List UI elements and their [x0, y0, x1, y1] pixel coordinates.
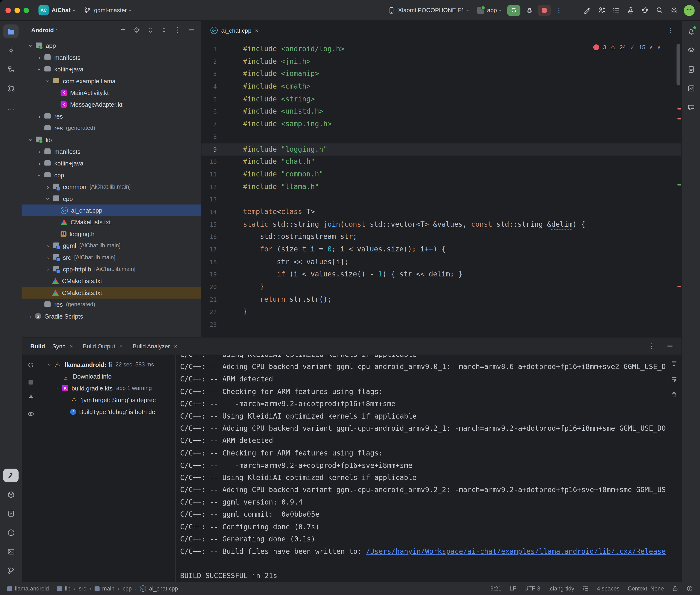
close-window-button[interactable] — [5, 7, 11, 13]
chevron-expanded-icon[interactable]: › — [47, 361, 53, 369]
pin-button[interactable] — [27, 394, 34, 403]
chevron-expanded-icon[interactable]: › — [36, 171, 43, 179]
editor-scrollbar[interactable] — [677, 44, 680, 85]
notifications-button[interactable] — [683, 25, 699, 38]
structure-tool-button[interactable] — [3, 62, 19, 76]
tree-item-res[interactable]: res(generated) — [22, 299, 201, 310]
chevron-collapsed-icon[interactable]: › — [27, 313, 35, 320]
zoom-window-button[interactable] — [24, 7, 29, 13]
line-number[interactable]: 19 — [203, 268, 217, 281]
error-stripe-mark[interactable] — [677, 108, 681, 110]
editor-options-button[interactable]: ⋮ — [665, 25, 676, 36]
code-line[interactable]: 8 — [201, 131, 682, 143]
chevron-collapsed-icon[interactable]: › — [44, 254, 52, 261]
version-control-tool-button[interactable] — [3, 564, 19, 577]
clear-console-button[interactable] — [671, 391, 678, 400]
code-line[interactable]: 12#include "llama.h" — [201, 181, 682, 193]
indent-style-icon[interactable] — [582, 586, 589, 592]
tree-item-lib[interactable]: ›lib — [22, 134, 201, 145]
build-tree-item-build-gradle-kts[interactable]: ›build.gradle.ktsapp 1 warning — [39, 382, 175, 394]
resolve-context[interactable]: Context: None — [627, 586, 664, 592]
debug-button[interactable] — [523, 4, 536, 16]
breadcrumb-item-main[interactable]: main — [94, 586, 115, 592]
line-number[interactable]: 4 — [203, 81, 217, 93]
chevron-expanded-icon[interactable]: › — [45, 77, 52, 85]
line-number[interactable]: 20 — [203, 281, 217, 293]
tree-item-res[interactable]: res(generated) — [22, 122, 201, 134]
line-number[interactable]: 11 — [203, 168, 217, 181]
settings-button[interactable] — [668, 4, 680, 16]
build-tab-build-analyzer[interactable]: Build Analyzer× — [133, 343, 177, 349]
profiler-button[interactable] — [624, 4, 637, 16]
commit-tool-button[interactable] — [3, 43, 19, 57]
scroll-to-end-button[interactable] — [671, 361, 678, 369]
line-number[interactable]: 22 — [203, 306, 217, 318]
tree-item-gradle-scripts[interactable]: ›Gradle Scripts — [22, 310, 201, 322]
chevron-collapsed-icon[interactable]: › — [35, 160, 43, 167]
minimize-window-button[interactable] — [15, 7, 20, 13]
build-tree-item-download-info[interactable]: Download info — [39, 370, 175, 382]
build-tab-build-output[interactable]: Build Output× — [83, 343, 123, 349]
tree-item-com-example-llama[interactable]: ›com.example.llama — [22, 75, 201, 87]
code-line[interactable]: 6#include <unistd.h> — [201, 106, 682, 118]
indent-size[interactable]: 4 spaces — [597, 586, 619, 592]
line-number[interactable]: 9 — [203, 143, 217, 156]
insights-button[interactable] — [683, 81, 699, 95]
chevron-collapsed-icon[interactable]: › — [44, 183, 52, 190]
search-everywhere-button[interactable] — [653, 4, 666, 16]
line-number[interactable]: 6 — [203, 106, 217, 118]
line-number[interactable]: 10 — [203, 156, 217, 168]
expand-all-button[interactable] — [145, 25, 156, 35]
ide-hint-icon[interactable] — [687, 586, 693, 592]
line-number[interactable]: 3 — [203, 68, 217, 81]
stop-button[interactable] — [537, 5, 551, 16]
code-line[interactable]: 16 std::ostringstream str; — [201, 231, 682, 244]
chevron-expanded-icon[interactable]: › — [27, 136, 34, 144]
tree-item-messageadapter-kt[interactable]: MessageAdapter.kt — [22, 98, 201, 110]
problems-tool-button[interactable] — [3, 526, 19, 539]
tree-item-manifests[interactable]: ›manifests — [22, 146, 201, 158]
build-console[interactable]: C/C++: -- Using KleidiAI optimized kerne… — [175, 355, 681, 582]
code-review-button[interactable] — [595, 4, 608, 16]
tree-item-common[interactable]: ›common[AiChat.lib.main] — [22, 181, 201, 193]
console-link[interactable]: /Users/hanyin/Workspace/ai-chat/examples… — [366, 547, 666, 556]
chevron-collapsed-icon[interactable]: › — [44, 266, 52, 273]
tree-item-cpp-httplib[interactable]: ›cpp-httplib[AiChat.lib.main] — [22, 263, 201, 275]
error-stripe-mark[interactable] — [677, 286, 681, 287]
code-line[interactable]: 4#include <cmath> — [201, 81, 682, 93]
tree-item-ai-chat-cpp[interactable]: ai_chat.cpp — [22, 204, 201, 216]
code-line[interactable]: 22} — [201, 306, 682, 318]
line-number[interactable]: 12 — [203, 181, 217, 193]
sync-again-button[interactable] — [27, 362, 34, 370]
gradle-button[interactable] — [683, 43, 699, 57]
code-line[interactable]: 20 } — [201, 281, 682, 293]
code-line[interactable]: 15static std::string join(const std::vec… — [201, 218, 682, 231]
tree-item-cmakelists-txt[interactable]: CMakeLists.txt — [22, 275, 201, 287]
code-line[interactable]: 18 str << values[i]; — [201, 256, 682, 268]
code-line[interactable]: 7#include <sampling.h> — [201, 118, 682, 131]
panel-options-button[interactable]: ⋮ — [172, 25, 183, 35]
build-tree-item-buildtype-debug-is-both-de[interactable]: BuildType 'debug' is both de — [39, 406, 175, 417]
soft-wrap-button[interactable] — [671, 376, 678, 385]
device-mirroring-button[interactable] — [639, 4, 651, 16]
chevron-expanded-icon[interactable]: › — [27, 42, 34, 50]
project-widget[interactable]: AC AiChat › — [35, 4, 78, 17]
error-stripe-mark[interactable] — [677, 118, 681, 119]
chevron-expanded-icon[interactable]: › — [55, 384, 61, 392]
build-tab-sync[interactable]: Sync× — [52, 343, 73, 349]
build-options-button[interactable]: ⋮ — [646, 341, 657, 352]
error-stripe-mark[interactable] — [677, 184, 681, 186]
preview-button[interactable] — [27, 410, 34, 419]
tree-item-app[interactable]: ›app — [22, 40, 201, 51]
code-line[interactable]: 14template<class T> — [201, 206, 682, 218]
tab-ai-chat-cpp[interactable]: ai_chat.cpp × — [206, 21, 263, 40]
chevron-collapsed-icon[interactable]: › — [35, 54, 43, 61]
close-tab-icon[interactable]: × — [174, 343, 177, 349]
stop-build-button[interactable] — [29, 378, 33, 386]
line-number[interactable]: 21 — [203, 293, 217, 306]
collapse-all-button[interactable] — [159, 25, 169, 35]
line-number[interactable]: 18 — [203, 256, 217, 268]
build-tree-item-llama-android-fi[interactable]: ›llama.android: fi22 sec, 583 ms — [39, 359, 175, 370]
chevron-expanded-icon[interactable]: › — [36, 65, 43, 73]
cursor-position[interactable]: 9:21 — [491, 586, 501, 592]
